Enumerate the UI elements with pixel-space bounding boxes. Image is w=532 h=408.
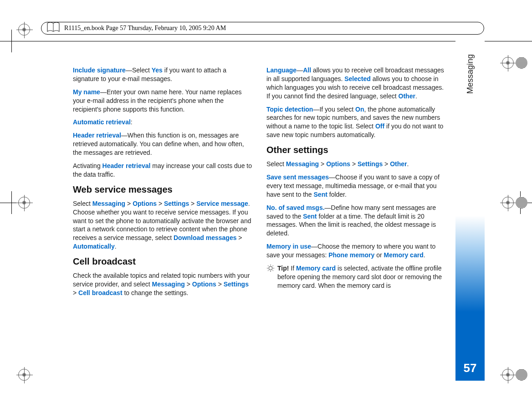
tip-note: Tip! If Memory card is selected, activat…	[266, 264, 446, 290]
svg-line-6	[268, 265, 269, 266]
paragraph: Memory in use—Choose the memory to where…	[266, 242, 446, 260]
paragraph: Activating Header retrieval may increase…	[73, 162, 253, 179]
section-heading: Web service messages	[73, 184, 253, 196]
registration-mark-icon	[502, 57, 514, 69]
paragraph: Select Messaging > Options > Settings > …	[266, 160, 446, 168]
chapter-label: Messaging	[466, 54, 475, 94]
registration-mark-icon	[18, 24, 30, 36]
header-text: R1115_en.book Page 57 Thursday, February…	[64, 25, 226, 32]
registration-stripe-icon	[516, 369, 527, 381]
svg-line-7	[273, 270, 274, 271]
section-heading: Cell broadcast	[73, 255, 253, 268]
chapter-sidebar: Messaging 57	[455, 37, 485, 381]
registration-mark-icon	[18, 369, 30, 381]
paragraph: Save sent messages—Choose if you want to…	[266, 173, 446, 199]
registration-stripe-icon	[516, 57, 527, 69]
registration-mark-icon	[18, 197, 30, 209]
tip-text: Tip! If Memory card is selected, activat…	[277, 264, 446, 290]
registration-mark-icon	[502, 197, 514, 209]
paragraph: My name—Enter your own name here. Your n…	[73, 88, 253, 114]
header-rule	[0, 41, 532, 41]
paragraph: Include signature—Select Yes if you want…	[73, 66, 253, 83]
svg-line-9	[273, 265, 274, 266]
paragraph: Header retrieval—When this function is o…	[73, 131, 253, 157]
paragraph: Check the available topics and related t…	[73, 271, 253, 297]
paragraph: Select Messaging > Options > Settings > …	[73, 199, 253, 251]
svg-point-1	[269, 266, 272, 270]
page-number: 57	[464, 361, 477, 375]
registration-mark-icon	[502, 369, 514, 381]
manual-page: R1115_en.book Page 57 Thursday, February…	[0, 0, 532, 408]
paragraph: Automatic retrieval:	[73, 118, 253, 127]
registration-stripe-icon	[516, 197, 527, 209]
svg-line-8	[268, 270, 269, 271]
header-info: R1115_en.book Page 57 Thursday, February…	[41, 22, 484, 35]
section-heading: Other settings	[266, 144, 446, 156]
tip-icon	[266, 264, 275, 272]
paragraph: No. of saved msgs.—Define how many sent …	[266, 204, 446, 238]
body-text: Include signature—Select Yes if you want…	[73, 66, 446, 362]
paragraph: Language—All allows you to receive cell …	[266, 66, 446, 101]
paragraph: Topic detection—If you select On, the ph…	[266, 105, 446, 140]
